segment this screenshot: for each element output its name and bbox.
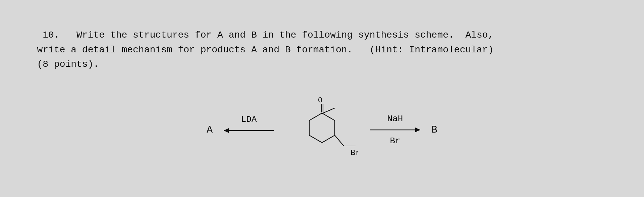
reagent-lda: LDA	[241, 114, 257, 125]
svg-text:Br: Br	[351, 148, 359, 157]
question-text: 10. Write the structures for A and B in …	[20, 13, 624, 86]
svg-marker-16	[415, 128, 420, 132]
chemistry-diagram: A LDA O	[20, 96, 624, 163]
reagent-nah: NaH	[387, 114, 403, 124]
question-number: 10.	[43, 30, 59, 40]
left-arrow-block: LDA	[222, 114, 276, 135]
right-arrow-block: NaH Br	[368, 114, 422, 146]
label-a: A	[207, 124, 213, 136]
question-line1: Write the structures for A and B in the …	[60, 30, 494, 40]
reagent-br: Br	[390, 136, 400, 146]
right-arrow-svg	[368, 125, 422, 135]
svg-line-10	[309, 113, 322, 120]
left-arrow-svg	[222, 126, 276, 135]
molecule-svg: O	[285, 96, 359, 167]
question-line2: write a detail mechanism for products A …	[20, 45, 493, 55]
svg-text:O: O	[318, 96, 322, 105]
question-line3: (8 points).	[20, 59, 99, 69]
svg-line-5	[322, 113, 335, 120]
svg-line-11	[323, 108, 335, 113]
svg-line-12	[335, 135, 344, 146]
molecule-structure: O	[285, 96, 359, 163]
svg-marker-1	[224, 128, 229, 133]
svg-line-7	[322, 135, 335, 143]
page-content: 10. Write the structures for A and B in …	[0, 0, 644, 197]
svg-line-8	[309, 135, 322, 143]
label-b: B	[431, 124, 437, 136]
